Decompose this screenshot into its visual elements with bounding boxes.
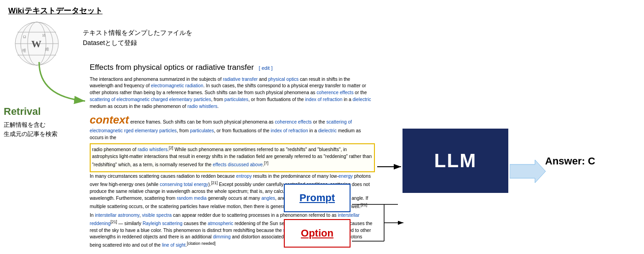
page-title: Wikiテキストデータセット bbox=[8, 6, 103, 16]
article-title: Effects from physical optics or radiativ… bbox=[90, 62, 375, 73]
article-para-1: The interactions and phenomena summarize… bbox=[90, 76, 375, 110]
highlighted-paragraph: radio phenomenon of radio whistlers.[2] … bbox=[90, 143, 375, 172]
llm-label: LLM bbox=[434, 150, 477, 172]
llm-box: LLM bbox=[402, 129, 508, 193]
svg-text:Ω: Ω bbox=[23, 34, 26, 39]
svg-text:维: 维 bbox=[22, 48, 26, 53]
retrival-arrow bbox=[12, 60, 94, 112]
wiki-desc-line1: テキスト情報をダンプしたファイルを bbox=[83, 28, 192, 38]
prompt-label: Prompt bbox=[299, 192, 335, 204]
option-label: Option bbox=[301, 227, 334, 239]
prompt-box: Prompt bbox=[284, 184, 351, 212]
answer-text: Answer: C bbox=[545, 155, 595, 167]
article-context: context erence frames. Such shifts can b… bbox=[90, 112, 375, 141]
svg-text:И: И bbox=[42, 33, 46, 38]
svg-text:維: 維 bbox=[45, 47, 49, 51]
edit-link[interactable]: [ edit ] bbox=[259, 65, 273, 71]
retrival-sublabel: 正解情報を含む 生成元の記事を検索 bbox=[4, 120, 58, 138]
wiki-description: テキスト情報をダンプしたファイルを Datasetとして登録 bbox=[83, 28, 192, 48]
svg-marker-15 bbox=[510, 160, 546, 183]
article-to-llm-arrow bbox=[377, 160, 405, 175]
wiki-desc-line2: Datasetとして登録 bbox=[83, 38, 192, 48]
svg-text:W: W bbox=[31, 38, 41, 50]
retrival-label: Retrival bbox=[4, 106, 41, 118]
llm-to-answer-arrow bbox=[510, 160, 546, 185]
option-box: Option bbox=[284, 219, 351, 248]
prompt-to-llm-arrow bbox=[352, 198, 407, 254]
